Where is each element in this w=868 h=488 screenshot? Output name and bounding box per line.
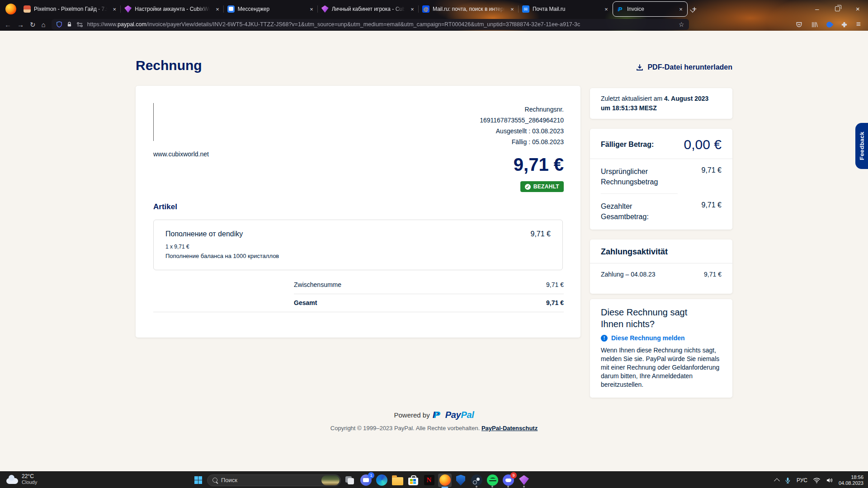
- powered-by-label: Powered by: [394, 411, 429, 419]
- start-button[interactable]: [191, 474, 205, 487]
- search-placeholder: Поиск: [221, 477, 318, 483]
- taskbar-edge-app[interactable]: [375, 474, 388, 487]
- paypal-invoice-page: Rechnung PDF-Datei herunterladen Rechnun…: [0, 31, 868, 471]
- taskbar-netflix-app[interactable]: N: [422, 474, 436, 487]
- wifi-icon[interactable]: [813, 477, 821, 483]
- bookmark-star-icon[interactable]: ☆: [679, 21, 684, 28]
- invoice-number-label: Rechnungsnr.: [480, 104, 564, 115]
- tab-title: Мессенджер: [238, 6, 306, 12]
- pocket-icon[interactable]: [796, 21, 802, 28]
- permissions-icon[interactable]: [76, 22, 83, 28]
- windows-taskbar: 22°C Cloudy Поиск 1 N: [0, 471, 868, 488]
- tab-title: Личный кабинет игрока - Cubi: [332, 6, 407, 12]
- invoice-meta: Rechnungsnr. 1691167873555_2864964210 Au…: [480, 104, 564, 147]
- clock-time: 18:56: [851, 474, 863, 480]
- lock-icon[interactable]: [66, 21, 72, 28]
- task-view-button[interactable]: [343, 474, 357, 487]
- privacy-policy-link[interactable]: PayPal-Datenschutz: [481, 425, 538, 432]
- gem-tab-icon: [321, 5, 329, 13]
- tab-invoice-active[interactable]: P Invoice ×: [613, 1, 688, 17]
- reload-button[interactable]: ↻: [30, 21, 36, 28]
- steam-icon: [471, 474, 482, 486]
- tab-title: Почта Mail.ru: [533, 6, 600, 12]
- feedback-tab[interactable]: Feedback: [855, 123, 868, 169]
- tab-close-icon[interactable]: ×: [112, 6, 118, 13]
- browser-chrome: Pixelmon - Pixelmon Гайд - 7.x × Настрой…: [0, 0, 868, 31]
- taskbar-spotify-app[interactable]: [486, 474, 499, 487]
- report-invoice-card: Diese Rechnung sagt Ihnen nichts? ! Dies…: [590, 299, 732, 398]
- taskbar-microsoft-store-app[interactable]: [406, 474, 420, 487]
- invoice-item-row: Пополнение от dendiky 9,71 € 1 x 9,71 € …: [153, 220, 563, 270]
- payment-activity-card: Zahlungsaktivität Zahlung – 04.08.23 9,7…: [590, 239, 732, 294]
- payment-activity-amount: 9,71 €: [704, 271, 722, 278]
- taskbar-windows-security-app[interactable]: [454, 474, 467, 487]
- library-icon[interactable]: [811, 21, 818, 28]
- pixelmon-tab-icon: [24, 5, 31, 13]
- tab-close-icon[interactable]: ×: [509, 6, 515, 13]
- list-all-tabs-button[interactable]: [691, 5, 695, 10]
- item-price: 9,71 €: [531, 230, 551, 238]
- tab-bar: Pixelmon - Pixelmon Гайд - 7.x × Настрой…: [0, 0, 868, 18]
- search-icon: [212, 478, 217, 483]
- url-bar[interactable]: https://www.paypal.com/invoice/payerView…: [52, 19, 689, 30]
- extensions-puzzle-icon[interactable]: [841, 21, 848, 28]
- taskbar-chat-app[interactable]: 1: [359, 474, 373, 487]
- menu-hamburger-icon[interactable]: ≡: [856, 20, 861, 29]
- weather-widget[interactable]: 22°C Cloudy: [6, 474, 37, 485]
- download-pdf-label: PDF-Datei herunterladen: [647, 63, 732, 71]
- clock-date: 04.08.2023: [839, 480, 863, 486]
- invoice-number: 1691167873555_2864964210: [480, 115, 564, 126]
- taskbar-firefox-app-active[interactable]: [438, 474, 452, 487]
- language-indicator[interactable]: РУС: [797, 477, 807, 483]
- invoice-card: Rechnungsnr. 1691167873555_2864964210 Au…: [136, 86, 580, 338]
- tracking-protection-shield-icon[interactable]: [56, 21, 62, 28]
- back-button[interactable]: ←: [5, 21, 11, 28]
- divider: [294, 294, 564, 294]
- edge-icon: [376, 474, 387, 486]
- mailru-at-tab-icon: @: [422, 5, 429, 13]
- forward-button[interactable]: →: [17, 21, 24, 28]
- subtotal-value: 9,71 €: [546, 281, 564, 288]
- tab-close-icon[interactable]: ×: [309, 6, 314, 13]
- tab-close-icon[interactable]: ×: [410, 6, 415, 13]
- paid-status-badge: ✓ BEZAHLT: [520, 181, 564, 192]
- tab-mailru-portal[interactable]: @ Mail.ru: почта, поиск в интерн ×: [419, 2, 519, 16]
- close-window-button[interactable]: ×: [848, 0, 868, 17]
- report-invoice-link[interactable]: Diese Rechnung melden: [611, 334, 685, 342]
- taskbar-discord-app[interactable]: 9: [501, 474, 515, 487]
- updated-time: um 18:51:33 MESZ: [601, 104, 657, 112]
- running-app-dot: [476, 486, 477, 488]
- firefox-logo-icon: [5, 4, 16, 14]
- messenger-tab-icon: [227, 5, 235, 13]
- paid-badge-label: BEZAHLT: [533, 183, 559, 190]
- tab-close-icon[interactable]: ×: [215, 6, 220, 13]
- tab-cubix-settings[interactable]: Настройки аккаунта - CubixWo ×: [121, 2, 224, 16]
- taskbar-file-explorer-app[interactable]: [391, 474, 404, 487]
- tab-close-icon[interactable]: ×: [678, 6, 684, 13]
- home-button[interactable]: ⌂: [42, 21, 46, 28]
- paypal-tab-icon: P: [617, 5, 624, 13]
- tab-messenger[interactable]: Мессенджер ×: [224, 2, 318, 16]
- download-pdf-link[interactable]: PDF-Datei herunterladen: [636, 63, 732, 71]
- copyright-line: Copyright © 1999–2023 PayPal. Alle Recht…: [0, 425, 868, 432]
- tab-cubix-account[interactable]: Личный кабинет игрока - Cubi ×: [318, 2, 419, 16]
- tab-pixelmon[interactable]: Pixelmon - Pixelmon Гайд - 7.x ×: [20, 2, 121, 16]
- restore-icon: [835, 6, 840, 11]
- taskbar-steam-app[interactable]: [470, 474, 483, 487]
- microphone-icon[interactable]: [784, 477, 791, 484]
- tab-close-icon[interactable]: ×: [604, 6, 609, 13]
- page-title: Rechnung: [136, 58, 202, 73]
- taskbar-search-box[interactable]: Поиск: [207, 474, 341, 486]
- toolbar-right-icons: ≡: [796, 20, 863, 29]
- extension-brush-icon[interactable]: [825, 20, 833, 28]
- amount-summary-card: Fälliger Betrag: 0,00 € Ursprünglicher R…: [590, 129, 732, 230]
- restore-window-button[interactable]: [827, 0, 848, 17]
- speaker-icon[interactable]: [826, 477, 833, 483]
- taskbar-gem-launcher-app[interactable]: [517, 474, 531, 487]
- tab-mailru-mail[interactable]: ✉ Почта Mail.ru ×: [519, 2, 613, 16]
- hidden-icons-chevron-icon[interactable]: [774, 478, 780, 484]
- minimize-window-button[interactable]: –: [807, 0, 827, 17]
- taskbar-clock[interactable]: 18:56 04.08.2023: [839, 474, 863, 486]
- invoice-amount: 9,71 €: [514, 155, 564, 175]
- search-highlight-thumbnail[interactable]: [321, 475, 340, 485]
